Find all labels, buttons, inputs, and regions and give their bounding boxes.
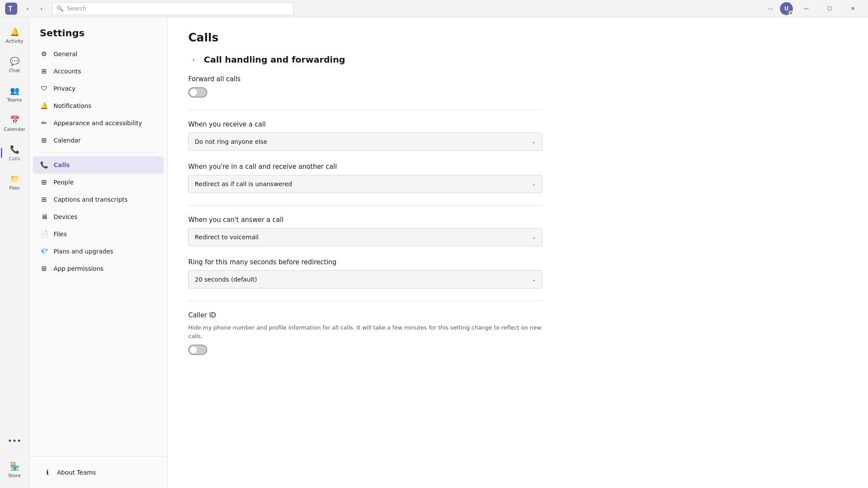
ring-seconds-dropdown[interactable]: 20 seconds (default) ⌄ bbox=[188, 270, 542, 288]
chat-label: Chat bbox=[9, 68, 20, 73]
setting-row-ring-seconds: Ring for this many seconds before redire… bbox=[188, 258, 847, 288]
captions-icon: ⊞ bbox=[40, 195, 48, 204]
settings-menu: ⚙ General ⊞ Accounts 🛡 Privacy 🔔 Notific… bbox=[29, 45, 167, 277]
app-body: 🔔 Activity 💬 Chat 👥 Teams 📅 Calendar 📞 C… bbox=[0, 17, 868, 488]
when-receive-value: Do not ring anyone else bbox=[195, 138, 267, 145]
caller-id-toggle[interactable] bbox=[188, 345, 207, 355]
chevron-down-icon-2: ⌄ bbox=[532, 181, 536, 187]
minimize-button[interactable]: — bbox=[796, 2, 816, 15]
settings-item-devices[interactable]: 🖥 Devices bbox=[33, 208, 164, 225]
settings-item-plans[interactable]: 💎 Plans and upgrades bbox=[33, 243, 164, 260]
more-options-button[interactable]: ⋯ bbox=[764, 3, 776, 15]
sidebar-item-files[interactable]: 📁 Files bbox=[3, 168, 27, 197]
setting-row-when-receive: When you receive a call Do not ring anyo… bbox=[188, 120, 847, 151]
calendar-settings-label: Calendar bbox=[54, 137, 81, 144]
sidebar-item-calendar[interactable]: 📅 Calendar bbox=[3, 109, 27, 138]
search-placeholder: Search bbox=[67, 5, 86, 12]
about-teams-item[interactable]: ℹ About Teams bbox=[36, 464, 160, 481]
sidebar-item-more[interactable]: ••• bbox=[3, 426, 27, 455]
caller-id-description: Hide my phone number and profile informa… bbox=[188, 323, 542, 340]
sidebar-item-calls[interactable]: 📞 Calls bbox=[3, 138, 27, 168]
forward-button[interactable]: › bbox=[35, 3, 48, 15]
ring-seconds-label: Ring for this many seconds before redire… bbox=[188, 258, 847, 266]
chat-icon: 💬 bbox=[10, 56, 20, 66]
plans-label: Plans and upgrades bbox=[54, 248, 113, 255]
settings-item-appearance[interactable]: ✏ Appearance and accessibility bbox=[33, 114, 164, 132]
settings-item-calls[interactable]: 📞 Calls bbox=[33, 156, 164, 174]
files-icon: 📁 bbox=[10, 173, 20, 184]
in-call-value: Redirect as if call is unanswered bbox=[195, 181, 292, 187]
settings-item-general[interactable]: ⚙ General bbox=[33, 45, 164, 63]
cant-answer-label: When you can't answer a call bbox=[188, 216, 847, 224]
titlebar: T ‹ › 🔍 Search ⋯ U — ☐ ✕ bbox=[0, 0, 868, 17]
appearance-icon: ✏ bbox=[40, 119, 48, 127]
section-divider-2 bbox=[188, 205, 542, 206]
store-label: Store bbox=[8, 473, 21, 478]
cant-answer-dropdown[interactable]: Redirect to voicemail ⌄ bbox=[188, 228, 542, 246]
store-icon: 🏪 bbox=[10, 461, 20, 471]
sidebar-item-activity[interactable]: 🔔 Activity bbox=[3, 21, 27, 50]
search-bar[interactable]: 🔍 Search bbox=[52, 2, 294, 15]
search-icon: 🔍 bbox=[57, 5, 63, 12]
devices-icon: 🖥 bbox=[40, 212, 48, 221]
settings-item-permissions[interactable]: ⊞ App permissions bbox=[33, 260, 164, 277]
calls-settings-icon: 📞 bbox=[40, 161, 48, 169]
sidebar-item-store[interactable]: 🏪 Store bbox=[3, 455, 27, 485]
settings-item-captions[interactable]: ⊞ Captions and transcripts bbox=[33, 191, 164, 208]
settings-item-notifications[interactable]: 🔔 Notifications bbox=[33, 97, 164, 114]
when-receive-dropdown[interactable]: Do not ring anyone else ⌄ bbox=[188, 133, 542, 151]
settings-item-files[interactable]: 📄 Files bbox=[33, 225, 164, 243]
maximize-button[interactable]: ☐ bbox=[820, 2, 839, 15]
nav-arrows: ‹ › bbox=[22, 3, 48, 15]
forward-all-toggle[interactable] bbox=[188, 87, 207, 98]
back-button[interactable]: ‹ bbox=[22, 3, 34, 15]
avatar[interactable]: U bbox=[780, 2, 793, 15]
appearance-label: Appearance and accessibility bbox=[54, 120, 142, 127]
permissions-icon: ⊞ bbox=[40, 264, 48, 273]
in-call-dropdown[interactable]: Redirect as if call is unanswered ⌄ bbox=[188, 175, 542, 193]
privacy-icon: 🛡 bbox=[40, 84, 48, 93]
avatar-status-indicator bbox=[789, 11, 793, 15]
more-icon: ••• bbox=[10, 435, 20, 446]
chevron-down-icon-3: ⌄ bbox=[532, 234, 536, 240]
teams-logo-icon: T bbox=[5, 3, 17, 15]
settings-item-accounts[interactable]: ⊞ Accounts bbox=[33, 63, 164, 80]
devices-label: Devices bbox=[54, 213, 77, 220]
sidebar-item-chat[interactable]: 💬 Chat bbox=[3, 50, 27, 79]
people-label: People bbox=[54, 179, 74, 186]
accounts-label: Accounts bbox=[54, 68, 81, 75]
files-settings-icon: 📄 bbox=[40, 230, 48, 238]
privacy-label: Privacy bbox=[54, 85, 76, 92]
permissions-label: App permissions bbox=[54, 265, 104, 272]
caller-id-label: Caller ID bbox=[188, 311, 847, 319]
sidebar-item-teams[interactable]: 👥 Teams bbox=[3, 79, 27, 109]
section-divider-3 bbox=[188, 301, 542, 301]
icon-nav: 🔔 Activity 💬 Chat 👥 Teams 📅 Calendar 📞 C… bbox=[0, 17, 29, 488]
calendar-icon: 📅 bbox=[10, 114, 20, 125]
when-receive-label: When you receive a call bbox=[188, 120, 847, 128]
setting-row-forward-all: Forward all calls bbox=[188, 75, 847, 98]
setting-row-in-call: When you're in a call and receive anothe… bbox=[188, 163, 847, 193]
in-call-label: When you're in a call and receive anothe… bbox=[188, 163, 847, 171]
about-teams-label: About Teams bbox=[57, 469, 96, 476]
calls-settings-label: Calls bbox=[54, 162, 70, 168]
calls-label: Calls bbox=[9, 156, 20, 162]
settings-item-people[interactable]: ⊞ People bbox=[33, 174, 164, 191]
settings-item-calendar[interactable]: ⊞ Calendar bbox=[33, 132, 164, 149]
close-button[interactable]: ✕ bbox=[843, 2, 863, 15]
page-title: Calls bbox=[188, 31, 847, 44]
files-label: Files bbox=[9, 185, 19, 191]
calls-icon: 📞 bbox=[10, 144, 20, 154]
notifications-icon: 🔔 bbox=[40, 101, 48, 110]
section-collapse-button[interactable]: ‹ bbox=[188, 54, 199, 65]
settings-item-privacy[interactable]: 🛡 Privacy bbox=[33, 80, 164, 97]
people-icon: ⊞ bbox=[40, 178, 48, 187]
settings-sidebar: Settings ⚙ General ⊞ Accounts 🛡 Privacy … bbox=[29, 17, 168, 488]
teams-icon: 👥 bbox=[10, 85, 20, 95]
calendar-label: Calendar bbox=[4, 127, 25, 132]
svg-text:T: T bbox=[8, 5, 13, 13]
teams-label: Teams bbox=[7, 97, 22, 103]
chevron-down-icon-4: ⌄ bbox=[532, 276, 536, 282]
section-header-call-handling: ‹ Call handling and forwarding bbox=[188, 54, 847, 65]
general-label: General bbox=[54, 51, 77, 57]
